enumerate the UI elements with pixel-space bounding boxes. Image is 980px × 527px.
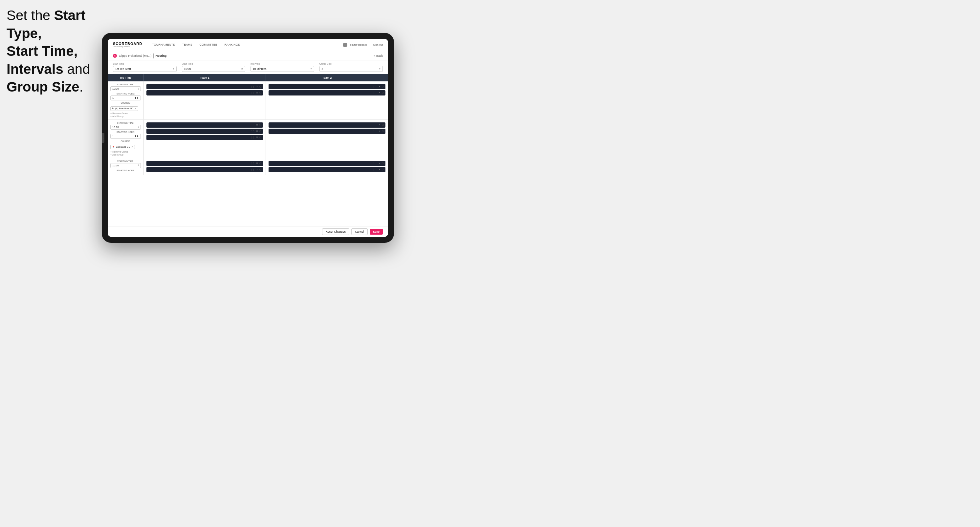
intervals-select[interactable]: 10 Minutes ▾: [250, 66, 314, 72]
add-group-link-2[interactable]: + Add Group: [110, 154, 141, 156]
player-remove-11[interactable]: ✕: [256, 168, 258, 171]
left-controls-3: STARTING TIME: 10:20 ℹ STARTING HOLE:: [108, 158, 144, 175]
group-size-select[interactable]: 3 ▾: [320, 66, 383, 72]
player-remove-10[interactable]: ✕: [256, 162, 258, 165]
cancel-button[interactable]: Cancel: [351, 229, 368, 235]
intervals-value: 10 Minutes: [253, 67, 267, 71]
tee-group-1: STARTING TIME: 10:00 ℹ STARTING HOLE: 1 …: [108, 81, 388, 120]
course-remove-icon-1[interactable]: ✕: [135, 107, 137, 110]
drag-handle-11[interactable]: ⋮⋮: [250, 168, 255, 171]
player-remove-12[interactable]: ✕: [379, 162, 380, 165]
player-remove-1[interactable]: ✕: [256, 85, 258, 88]
player-remove-13[interactable]: ✕: [379, 168, 380, 171]
team2-cell-1: ⋮⋮ ✕ ⬡ ⋮⋮ ✕ ⬡: [266, 81, 388, 119]
logo-sub: Powered by clipp.io: [113, 46, 142, 48]
group-size-value: 3: [322, 67, 323, 71]
player-remove-2[interactable]: ✕: [256, 92, 258, 94]
nav-tab-rankings[interactable]: RANKINGS: [221, 42, 243, 48]
left-controls-1: STARTING TIME: 10:00 ℹ STARTING HOLE: 1 …: [108, 81, 144, 119]
player-remove-9[interactable]: ✕: [379, 130, 380, 133]
nav-tabs: TOURNAMENTS TEAMS COMMITTEE RANKINGS: [149, 42, 343, 48]
starting-hole-input-1[interactable]: 1 ⬆⬇: [110, 95, 141, 100]
team2-cell-2: ⋮⋮ ✕ ⬡ ⋮⋮ ✕ ⬡: [266, 120, 388, 158]
course-name-1: (A) Peachtree GC: [115, 107, 134, 110]
start-time-select[interactable]: 10:00 ⏱: [182, 66, 246, 72]
starting-time-input-2[interactable]: 10:10 ℹ: [110, 125, 141, 130]
expand-icon-1: ⬡: [259, 85, 261, 88]
expand-icon-2: ⬡: [259, 92, 261, 94]
tablet-frame: SCOREBOARD Powered by clipp.io TOURNAMEN…: [102, 33, 394, 243]
player-remove-8[interactable]: ✕: [379, 124, 380, 126]
reset-changes-button[interactable]: Reset Changes: [322, 229, 349, 235]
nav-tab-tournaments[interactable]: TOURNAMENTS: [149, 42, 178, 48]
chevron-hole-1: ⬆⬇: [134, 97, 139, 99]
player-row-1-2: ⋮⋮ ✕ ⬡: [146, 90, 263, 95]
start-time-label: Start Time: [182, 62, 246, 65]
drag-handle-13[interactable]: ⋮⋮: [372, 168, 377, 171]
avatar: [343, 43, 347, 47]
drag-handle-1[interactable]: ⋮⋮: [250, 85, 255, 88]
group-row-1: STARTING TIME: 10:00 ℹ STARTING HOLE: 1 …: [108, 81, 388, 119]
player-row-2-2: ⋮⋮ ✕ ⬡: [146, 129, 263, 134]
drag-handle-12[interactable]: ⋮⋮: [372, 162, 377, 165]
drag-handle-10[interactable]: ⋮⋮: [250, 162, 255, 165]
remove-group-link-1[interactable]: ○ Remove Group: [110, 112, 141, 114]
starting-time-input-1[interactable]: 10:00 ℹ: [110, 86, 141, 91]
tablet-screen: SCOREBOARD Powered by clipp.io TOURNAMEN…: [108, 39, 388, 237]
team2-cell-3: ⋮⋮ ✕ ⬡ ⋮⋮ ✕ ⬡: [266, 158, 388, 175]
player-remove-3[interactable]: ✕: [379, 85, 380, 88]
settings-row: Start Type 1st Tee Start ▾ Start Time 10…: [108, 60, 388, 74]
starting-time-value-3: 10:20: [112, 164, 119, 167]
drag-handle-6[interactable]: ⋮⋮: [250, 130, 255, 133]
th-tee-time: Tee Time: [108, 74, 144, 81]
remove-group-label-1: Remove Group: [112, 112, 128, 114]
breadcrumb-section: Hosting: [156, 54, 167, 57]
start-time-group: Start Time 10:00 ⏱: [182, 62, 246, 72]
starting-time-input-3[interactable]: 10:20 ℹ: [110, 163, 141, 168]
player-remove-7[interactable]: ✕: [256, 136, 258, 139]
drag-handle-4[interactable]: ⋮⋮: [372, 92, 377, 94]
starting-time-label-2: STARTING TIME:: [110, 122, 141, 124]
drag-handle-3[interactable]: ⋮⋮: [372, 85, 377, 88]
remove-group-link-2[interactable]: ○ Remove Group: [110, 151, 141, 153]
player-row-1-3: ⋮⋮ ✕ ⬡: [269, 84, 385, 89]
player-row-2-5: ⋮⋮ ✕ ⬡: [269, 129, 385, 134]
intervals-group: Intervals 10 Minutes ▾: [250, 62, 314, 72]
drag-handle-7[interactable]: ⋮⋮: [250, 136, 255, 139]
logo-area: SCOREBOARD Powered by clipp.io: [113, 42, 142, 48]
starting-time-label-3: STARTING TIME:: [110, 160, 141, 162]
start-type-value: 1st Tee Start: [115, 67, 131, 71]
sidebar-toggle[interactable]: ›: [102, 133, 104, 143]
start-type-select[interactable]: 1st Tee Start ▾: [113, 66, 177, 72]
schedule-table[interactable]: Tee Time Team 1 Team 2 STARTING TIME: 10…: [108, 74, 388, 226]
chevron-right-icon: ›: [103, 137, 103, 139]
back-button[interactable]: < Back: [374, 54, 383, 57]
add-group-link-1[interactable]: + Add Group: [110, 115, 141, 117]
starting-hole-input-2[interactable]: 1 ⬆⬇: [110, 134, 141, 139]
add-group-label-2: Add Group: [112, 154, 123, 156]
add-group-label-1: Add Group: [112, 115, 123, 117]
player-row-2-3: ⋮⋮ ✕ ⬡: [146, 135, 263, 140]
group-row-3: STARTING TIME: 10:20 ℹ STARTING HOLE: ⋮⋮…: [108, 158, 388, 175]
starting-hole-label-2: STARTING HOLE:: [110, 131, 141, 133]
chevron-down-icon-3: ▾: [379, 68, 380, 70]
starting-hole-label-1: STARTING HOLE:: [110, 92, 141, 95]
player-remove-6[interactable]: ✕: [256, 130, 258, 133]
player-remove-5[interactable]: ✕: [256, 124, 258, 126]
nav-tab-committee[interactable]: COMMITTEE: [196, 42, 221, 48]
expand-icon-5: ⬡: [259, 124, 261, 126]
chevron-down-icon-2: ▾: [310, 68, 312, 70]
course-remove-icon-2[interactable]: ✕: [131, 146, 133, 148]
starting-time-label-1: STARTING TIME:: [110, 83, 141, 86]
drag-handle-5[interactable]: ⋮⋮: [250, 124, 255, 126]
player-remove-4[interactable]: ✕: [379, 92, 380, 94]
save-button[interactable]: Save: [370, 229, 383, 235]
breadcrumb-tournament[interactable]: Clippd Invitational (Mo...): [119, 54, 152, 57]
drag-handle-9[interactable]: ⋮⋮: [372, 130, 377, 133]
drag-handle-8[interactable]: ⋮⋮: [372, 124, 377, 126]
sign-out-link[interactable]: Sign out: [373, 43, 383, 46]
nav-tab-teams[interactable]: TEAMS: [179, 42, 196, 48]
navbar: SCOREBOARD Powered by clipp.io TOURNAMEN…: [108, 39, 388, 51]
expand-icon-4: ⬡: [382, 92, 384, 94]
drag-handle-2[interactable]: ⋮⋮: [250, 92, 255, 94]
